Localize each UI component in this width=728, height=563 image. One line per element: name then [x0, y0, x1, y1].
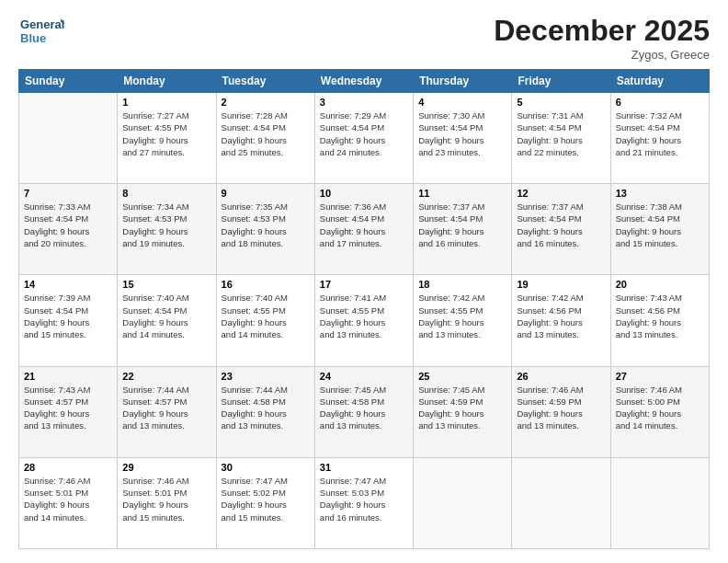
day-number: 17: [320, 279, 408, 290]
day-number: 5: [517, 97, 605, 108]
title-block: December 2025 Zygos, Greece: [494, 14, 710, 62]
day-info: Sunrise: 7:35 AMSunset: 4:53 PMDaylight:…: [222, 201, 310, 249]
day-number: 12: [517, 188, 605, 199]
calendar-week-row: 14Sunrise: 7:39 AMSunset: 4:54 PMDayligh…: [19, 275, 710, 366]
table-row: 2Sunrise: 7:28 AMSunset: 4:54 PMDaylight…: [216, 93, 314, 184]
table-row: 10Sunrise: 7:36 AMSunset: 4:54 PMDayligh…: [314, 184, 413, 275]
day-info: Sunrise: 7:42 AMSunset: 4:55 PMDaylight:…: [418, 292, 506, 340]
col-saturday: Saturday: [610, 70, 709, 93]
table-row: 5Sunrise: 7:31 AMSunset: 4:54 PMDaylight…: [512, 93, 610, 184]
table-row: 6Sunrise: 7:32 AMSunset: 4:54 PMDaylight…: [610, 93, 709, 184]
day-info: Sunrise: 7:37 AMSunset: 4:54 PMDaylight:…: [418, 201, 506, 249]
day-number: 1: [122, 97, 210, 108]
table-row: 7Sunrise: 7:33 AMSunset: 4:54 PMDaylight…: [19, 184, 118, 275]
day-number: 30: [222, 462, 310, 473]
table-row: 28Sunrise: 7:46 AMSunset: 5:01 PMDayligh…: [19, 457, 118, 548]
table-row: 14Sunrise: 7:39 AMSunset: 4:54 PMDayligh…: [19, 275, 118, 366]
day-info: Sunrise: 7:30 AMSunset: 4:54 PMDaylight:…: [418, 109, 506, 158]
table-row: 26Sunrise: 7:46 AMSunset: 4:59 PMDayligh…: [512, 366, 610, 457]
day-info: Sunrise: 7:34 AMSunset: 4:53 PMDaylight:…: [122, 201, 210, 249]
day-number: 11: [418, 188, 506, 199]
day-info: Sunrise: 7:41 AMSunset: 4:55 PMDaylight:…: [320, 292, 408, 340]
calendar-week-row: 28Sunrise: 7:46 AMSunset: 5:01 PMDayligh…: [19, 457, 710, 548]
calendar-table: Sunday Monday Tuesday Wednesday Thursday…: [18, 69, 710, 549]
table-row: 1Sunrise: 7:27 AMSunset: 4:55 PMDaylight…: [118, 93, 216, 184]
day-number: 26: [517, 371, 605, 382]
day-number: 10: [320, 188, 408, 199]
table-row: 22Sunrise: 7:44 AMSunset: 4:57 PMDayligh…: [118, 366, 216, 457]
table-row: 18Sunrise: 7:42 AMSunset: 4:55 PMDayligh…: [414, 275, 512, 366]
day-info: Sunrise: 7:39 AMSunset: 4:54 PMDaylight:…: [24, 292, 112, 340]
day-info: Sunrise: 7:31 AMSunset: 4:54 PMDaylight:…: [517, 109, 605, 158]
day-info: Sunrise: 7:33 AMSunset: 4:54 PMDaylight:…: [24, 201, 112, 249]
day-info: Sunrise: 7:28 AMSunset: 4:54 PMDaylight:…: [222, 109, 310, 158]
day-info: Sunrise: 7:44 AMSunset: 4:57 PMDaylight:…: [122, 384, 210, 432]
day-number: 4: [418, 97, 506, 108]
calendar-week-row: 7Sunrise: 7:33 AMSunset: 4:54 PMDaylight…: [19, 184, 710, 275]
table-row: 20Sunrise: 7:43 AMSunset: 4:56 PMDayligh…: [610, 275, 709, 366]
calendar-week-row: 21Sunrise: 7:43 AMSunset: 4:57 PMDayligh…: [19, 366, 710, 457]
table-row: [19, 93, 118, 184]
day-number: 6: [616, 97, 704, 108]
day-info: Sunrise: 7:43 AMSunset: 4:57 PMDaylight:…: [24, 384, 112, 432]
table-row: [414, 457, 512, 548]
table-row: 25Sunrise: 7:45 AMSunset: 4:59 PMDayligh…: [414, 366, 512, 457]
table-row: 31Sunrise: 7:47 AMSunset: 5:03 PMDayligh…: [314, 457, 413, 548]
day-number: 8: [122, 188, 210, 199]
day-number: 22: [122, 371, 210, 382]
day-number: 27: [616, 371, 704, 382]
table-row: 17Sunrise: 7:41 AMSunset: 4:55 PMDayligh…: [314, 275, 413, 366]
table-row: 9Sunrise: 7:35 AMSunset: 4:53 PMDaylight…: [216, 184, 314, 275]
day-info: Sunrise: 7:37 AMSunset: 4:54 PMDaylight:…: [517, 201, 605, 249]
day-info: Sunrise: 7:47 AMSunset: 5:03 PMDaylight:…: [320, 475, 408, 523]
day-number: 13: [616, 188, 704, 199]
day-number: 24: [320, 371, 408, 382]
col-thursday: Thursday: [414, 70, 512, 93]
table-row: 12Sunrise: 7:37 AMSunset: 4:54 PMDayligh…: [512, 184, 610, 275]
table-row: 21Sunrise: 7:43 AMSunset: 4:57 PMDayligh…: [19, 366, 118, 457]
day-info: Sunrise: 7:32 AMSunset: 4:54 PMDaylight:…: [616, 109, 704, 158]
day-number: 16: [222, 279, 310, 290]
page-header: General Blue December 2025 Zygos, Greece: [18, 14, 710, 62]
day-info: Sunrise: 7:45 AMSunset: 4:58 PMDaylight:…: [320, 384, 408, 432]
table-row: 19Sunrise: 7:42 AMSunset: 4:56 PMDayligh…: [512, 275, 610, 366]
month-title: December 2025: [494, 14, 710, 48]
col-friday: Friday: [512, 70, 610, 93]
logo-svg: General Blue: [18, 14, 64, 51]
day-number: 3: [320, 97, 408, 108]
svg-text:Blue: Blue: [20, 31, 46, 45]
day-info: Sunrise: 7:40 AMSunset: 4:55 PMDaylight:…: [222, 292, 310, 340]
table-row: 16Sunrise: 7:40 AMSunset: 4:55 PMDayligh…: [216, 275, 314, 366]
table-row: 13Sunrise: 7:38 AMSunset: 4:54 PMDayligh…: [610, 184, 709, 275]
day-number: 23: [222, 371, 310, 382]
day-number: 21: [24, 371, 112, 382]
day-number: 14: [24, 279, 112, 290]
table-row: 29Sunrise: 7:46 AMSunset: 5:01 PMDayligh…: [118, 457, 216, 548]
day-info: Sunrise: 7:44 AMSunset: 4:58 PMDaylight:…: [222, 384, 310, 432]
col-wednesday: Wednesday: [314, 70, 413, 93]
col-sunday: Sunday: [19, 70, 118, 93]
logo: General Blue: [18, 14, 64, 51]
day-info: Sunrise: 7:40 AMSunset: 4:54 PMDaylight:…: [122, 292, 210, 340]
table-row: 11Sunrise: 7:37 AMSunset: 4:54 PMDayligh…: [414, 184, 512, 275]
day-number: 28: [24, 462, 112, 473]
day-info: Sunrise: 7:46 AMSunset: 5:01 PMDaylight:…: [122, 475, 210, 523]
day-info: Sunrise: 7:46 AMSunset: 5:00 PMDaylight:…: [616, 384, 704, 432]
day-number: 9: [222, 188, 310, 199]
day-info: Sunrise: 7:45 AMSunset: 4:59 PMDaylight:…: [418, 384, 506, 432]
day-info: Sunrise: 7:29 AMSunset: 4:54 PMDaylight:…: [320, 109, 408, 158]
day-info: Sunrise: 7:38 AMSunset: 4:54 PMDaylight:…: [616, 201, 704, 249]
calendar-week-row: 1Sunrise: 7:27 AMSunset: 4:55 PMDaylight…: [19, 93, 710, 184]
table-row: 4Sunrise: 7:30 AMSunset: 4:54 PMDaylight…: [414, 93, 512, 184]
day-number: 25: [418, 371, 506, 382]
day-info: Sunrise: 7:36 AMSunset: 4:54 PMDaylight:…: [320, 201, 408, 249]
col-tuesday: Tuesday: [216, 70, 314, 93]
day-info: Sunrise: 7:43 AMSunset: 4:56 PMDaylight:…: [616, 292, 704, 340]
day-number: 2: [222, 97, 310, 108]
day-number: 18: [418, 279, 506, 290]
location: Zygos, Greece: [494, 48, 710, 62]
table-row: 23Sunrise: 7:44 AMSunset: 4:58 PMDayligh…: [216, 366, 314, 457]
table-row: [512, 457, 610, 548]
day-info: Sunrise: 7:27 AMSunset: 4:55 PMDaylight:…: [122, 109, 210, 158]
table-row: 27Sunrise: 7:46 AMSunset: 5:00 PMDayligh…: [610, 366, 709, 457]
